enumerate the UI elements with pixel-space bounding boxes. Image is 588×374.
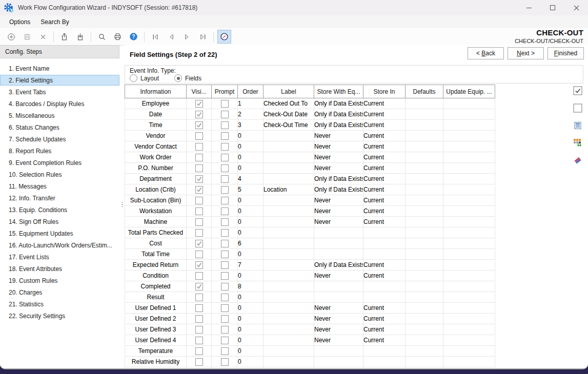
cell-update-equipment[interactable] — [443, 346, 495, 357]
checkbox-unchecked-icon[interactable] — [195, 251, 203, 258]
radio-layout[interactable]: Layout — [130, 74, 159, 82]
cell-label[interactable] — [263, 249, 314, 260]
cell-visible[interactable] — [187, 184, 212, 195]
checkbox-unchecked-icon[interactable] — [221, 261, 229, 269]
cell-order[interactable]: 0 — [238, 357, 263, 367]
checkbox-unchecked-icon[interactable] — [195, 315, 203, 323]
sidebar-item-step-18[interactable]: 18. Event Attributes — [0, 263, 119, 274]
cell-update-equipment[interactable] — [443, 281, 495, 292]
cell-defaults[interactable] — [405, 217, 443, 227]
cell-store-with-equipment[interactable] — [314, 238, 363, 249]
cell-defaults[interactable] — [405, 120, 443, 131]
cell-update-equipment[interactable] — [443, 206, 495, 217]
cell-label[interactable] — [263, 335, 314, 346]
cell-store-with-equipment[interactable]: Only if Data Exists — [314, 174, 363, 184]
help-icon[interactable]: ? — [127, 30, 140, 44]
cell-update-equipment[interactable] — [443, 217, 495, 227]
cell-visible[interactable] — [187, 217, 212, 227]
cell-store-with-equipment[interactable] — [314, 346, 363, 357]
checkbox-unchecked-icon[interactable] — [221, 186, 229, 194]
cell-visible[interactable] — [187, 163, 212, 174]
cell-store-in[interactable]: Current — [363, 260, 405, 271]
sidebar-item-step-5[interactable]: 5. Miscellaneous — [0, 110, 119, 121]
cell-visible[interactable] — [187, 271, 212, 281]
save-icon[interactable] — [20, 30, 34, 44]
radio-fields[interactable]: Fields — [174, 74, 201, 82]
cell-label[interactable] — [263, 324, 314, 335]
cell-defaults[interactable] — [405, 335, 443, 346]
cell-store-with-equipment[interactable]: Never — [314, 141, 363, 152]
checkbox-unchecked-icon[interactable] — [221, 358, 229, 366]
panel-splitter[interactable]: ⋮ — [118, 45, 125, 368]
add-icon[interactable] — [4, 30, 18, 44]
cell-store-in[interactable] — [363, 249, 405, 260]
sidebar-item-step-12[interactable]: 12. Info. Transfer — [0, 193, 119, 203]
clear-all-checkbox-icon[interactable] — [573, 103, 582, 113]
cell-store-with-equipment[interactable] — [314, 292, 363, 303]
cell-label[interactable] — [263, 217, 314, 227]
cell-visible[interactable] — [187, 335, 212, 346]
cell-store-in[interactable]: Current — [363, 98, 405, 109]
cell-store-in[interactable]: Current — [363, 314, 405, 324]
cell-order[interactable]: 5 — [238, 184, 263, 195]
checkbox-unchecked-icon[interactable] — [221, 197, 229, 204]
sidebar-item-step-6[interactable]: 6. Status Changes — [0, 122, 119, 133]
checkbox-unchecked-icon[interactable] — [221, 240, 229, 247]
sidebar-item-step-1[interactable]: 1. Event Name — [0, 63, 119, 74]
checkbox-unchecked-icon[interactable] — [221, 207, 229, 215]
cell-update-equipment[interactable] — [443, 184, 495, 195]
cell-update-equipment[interactable] — [443, 249, 495, 260]
checkbox-checked-icon[interactable] — [195, 175, 203, 183]
cell-store-in[interactable] — [363, 346, 405, 357]
cell-prompt[interactable] — [212, 367, 238, 369]
cell-update-equipment[interactable] — [443, 152, 495, 163]
cell-defaults[interactable] — [405, 292, 443, 303]
cell-update-equipment[interactable] — [443, 98, 495, 109]
cell-prompt[interactable] — [212, 335, 238, 346]
cell-label[interactable] — [263, 260, 314, 271]
cell-defaults[interactable] — [405, 227, 443, 238]
cell-store-in[interactable]: Current — [363, 120, 405, 131]
cell-prompt[interactable] — [212, 260, 238, 271]
cell-defaults[interactable] — [405, 174, 443, 184]
cell-prompt[interactable] — [212, 314, 238, 324]
sidebar-item-step-15[interactable]: 15. Equipment Updates — [0, 228, 119, 239]
cell-label[interactable] — [263, 152, 314, 163]
cell-order[interactable]: 0 — [238, 303, 263, 314]
checkbox-unchecked-icon[interactable] — [195, 358, 203, 366]
cell-visible[interactable] — [187, 109, 212, 120]
checkbox-unchecked-icon[interactable] — [221, 229, 229, 237]
checkbox-unchecked-icon[interactable] — [221, 132, 229, 140]
cell-prompt[interactable] — [212, 271, 238, 281]
cell-update-equipment[interactable] — [443, 227, 495, 238]
checkbox-unchecked-icon[interactable] — [195, 207, 203, 215]
cell-update-equipment[interactable] — [443, 174, 495, 184]
cell-update-equipment[interactable] — [443, 324, 495, 335]
checkbox-unchecked-icon[interactable] — [195, 272, 203, 280]
search-icon[interactable] — [95, 30, 109, 44]
cell-prompt[interactable] — [212, 109, 238, 120]
cell-order[interactable]: 0 — [238, 195, 263, 206]
cell-prompt[interactable] — [212, 281, 238, 292]
cell-prompt[interactable] — [212, 249, 238, 260]
sidebar-item-step-13[interactable]: 13. Equip. Conditions — [0, 204, 119, 215]
update-grid-icon[interactable] — [573, 138, 582, 148]
cell-order[interactable]: 0 — [238, 152, 263, 163]
cell-store-in[interactable] — [363, 227, 405, 238]
menu-item-options[interactable]: Options — [4, 16, 35, 28]
cell-label[interactable]: Checked Out To — [263, 98, 314, 109]
checkbox-unchecked-icon[interactable] — [221, 347, 229, 355]
cell-visible[interactable] — [187, 324, 212, 335]
cell-prompt[interactable] — [212, 217, 238, 227]
cell-visible[interactable] — [187, 174, 212, 184]
cell-prompt[interactable] — [212, 346, 238, 357]
cell-store-with-equipment[interactable] — [314, 227, 363, 238]
sidebar-item-step-4[interactable]: 4. Barcodes / Display Rules — [0, 98, 119, 109]
cell-visible[interactable] — [187, 131, 212, 141]
checkbox-checked-icon[interactable] — [195, 240, 203, 247]
cell-prompt[interactable] — [212, 163, 238, 174]
nav-last-icon[interactable] — [196, 30, 210, 44]
checkbox-unchecked-icon[interactable] — [221, 326, 229, 334]
cell-label[interactable] — [263, 303, 314, 314]
checkbox-unchecked-icon[interactable] — [195, 347, 203, 355]
